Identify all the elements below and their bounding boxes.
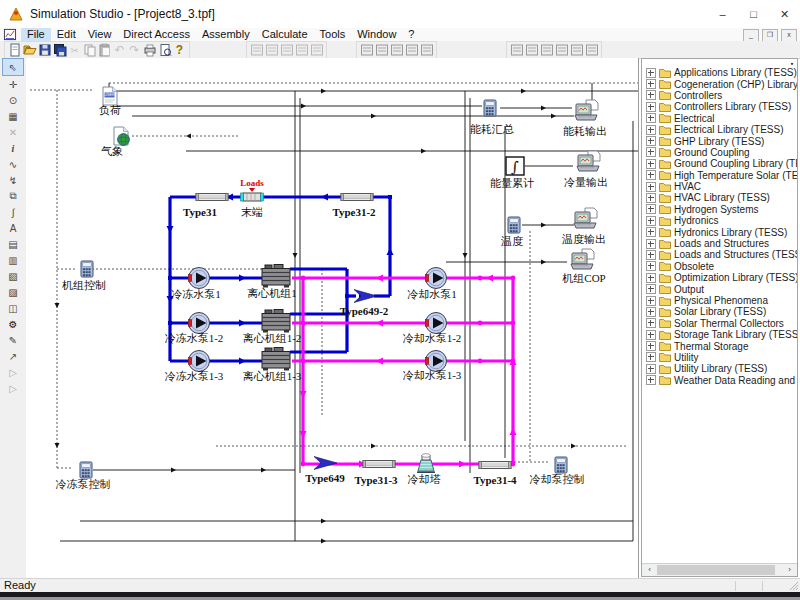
macro-c-tool-icon[interactable]: ▧ <box>3 268 23 284</box>
expand-icon[interactable] <box>646 102 656 112</box>
component-cw-pump-1[interactable] <box>426 268 447 289</box>
pan-tool-icon[interactable]: ✛ <box>3 76 23 92</box>
expand-icon[interactable] <box>646 113 656 123</box>
tree-item-weather-data-reading-and-process[interactable]: Weather Data Reading and Process <box>642 375 797 386</box>
expand-icon[interactable] <box>646 261 656 271</box>
cascade-icon[interactable] <box>309 43 324 58</box>
expand-icon[interactable] <box>646 68 656 78</box>
grid-icon[interactable] <box>509 43 524 58</box>
component-energy-summary[interactable] <box>484 100 496 116</box>
tree-item-storage-tank-library-tess[interactable]: Storage Tank Library (TESS) <box>642 329 797 340</box>
component-type31-4[interactable] <box>479 462 511 469</box>
resize-grip[interactable] <box>789 581 799 591</box>
down-icon[interactable] <box>374 43 389 58</box>
new-icon[interactable] <box>7 43 22 58</box>
help-icon[interactable]: ? <box>172 43 187 58</box>
tree-item-high-temperature-solar-tess[interactable]: High Temperature Solar (TESS) <box>642 170 797 181</box>
tree-item-loads-and-structures-tess[interactable]: Loads and Structures (TESS) <box>642 249 797 260</box>
tree-item-output[interactable]: Output <box>642 283 797 294</box>
tree-item-solar-library-tess[interactable]: Solar Library (TESS) <box>642 306 797 317</box>
tree-item-ground-coupling[interactable]: Ground Coupling <box>642 147 797 158</box>
play-b-tool-icon[interactable]: ▷ <box>3 380 23 396</box>
duplicate-tool-icon[interactable]: ⧉ <box>3 188 23 204</box>
tree-item-electrical-library-tess[interactable]: Electrical Library (TESS) <box>642 124 797 135</box>
expand-icon[interactable] <box>646 125 656 135</box>
maximize-button[interactable]: □ <box>738 0 769 28</box>
tree-item-controllers[interactable]: Controllers <box>642 90 797 101</box>
expand-icon[interactable] <box>646 239 656 249</box>
tree-item-electrical[interactable]: Electrical <box>642 113 797 124</box>
save-all-icon[interactable] <box>52 43 67 58</box>
tree-item-cogeneration-chp-library-tess[interactable]: Cogeneration (CHP) Library (TESS) <box>642 78 797 89</box>
tree-item-utility-library-tess[interactable]: Utility Library (TESS) <box>642 363 797 374</box>
save-icon[interactable] <box>37 43 52 58</box>
expand-icon[interactable] <box>646 90 656 100</box>
component-chw-pump-1[interactable] <box>189 268 210 289</box>
menu-edit[interactable]: Edit <box>51 28 82 41</box>
tree-item-loads-and-structures[interactable]: Loads and Structures <box>642 238 797 249</box>
link-tool-icon[interactable]: ∿ <box>3 156 23 172</box>
component-energy-accumulator[interactable]: ∫ <box>506 157 524 176</box>
open-icon[interactable] <box>22 43 37 58</box>
expand-icon[interactable] <box>646 296 656 306</box>
tree-item-controllers-library-tess[interactable]: Controllers Library (TESS) <box>642 101 797 112</box>
menu-file[interactable]: File <box>21 28 51 41</box>
files-icon[interactable] <box>554 43 569 58</box>
expand-icon[interactable] <box>646 216 656 226</box>
component-type31-3[interactable] <box>363 461 395 468</box>
tree-item-optimization-library-tess[interactable]: Optimization Library (TESS) <box>642 272 797 283</box>
paste-icon[interactable] <box>97 43 112 58</box>
trace-icon[interactable] <box>419 43 434 58</box>
tree-item-solar-thermal-collectors[interactable]: Solar Thermal Collectors <box>642 318 797 329</box>
expand-icon[interactable] <box>646 341 656 351</box>
expand-icon[interactable] <box>646 284 656 294</box>
expand-icon[interactable] <box>646 250 656 260</box>
delete-tool-icon[interactable]: ✕ <box>3 124 23 140</box>
text-tool-icon[interactable]: A <box>3 220 23 236</box>
menu-window[interactable]: Window <box>351 28 402 41</box>
table-icon[interactable] <box>389 43 404 58</box>
expand-icon[interactable] <box>646 182 656 192</box>
tree-item-physical-phenomena[interactable]: Physical Phenomena <box>642 295 797 306</box>
library-hscrollbar[interactable]: ‹ › <box>642 563 797 576</box>
component-cw-pump-2[interactable] <box>426 313 447 334</box>
copy-icon[interactable] <box>82 43 97 58</box>
expand-icon[interactable] <box>646 147 656 157</box>
tree-item-hvac[interactable]: HVAC <box>642 181 797 192</box>
tree-item-hydronics[interactable]: Hydronics <box>642 215 797 226</box>
expand-icon[interactable] <box>646 170 656 180</box>
weigh-icon[interactable] <box>404 43 419 58</box>
component-chw-pump-3[interactable] <box>189 351 210 372</box>
menu-assembly[interactable]: Assembly <box>196 28 256 41</box>
redo-icon[interactable]: ↷ <box>127 43 142 58</box>
zoom-tool-icon[interactable]: ⊙ <box>3 92 23 108</box>
print-icon[interactable] <box>142 43 157 58</box>
macro-b-tool-icon[interactable]: ▥ <box>3 252 23 268</box>
menu-direct-access[interactable]: Direct Access <box>117 28 196 41</box>
run-tool-icon[interactable]: ↗ <box>3 348 23 364</box>
printer-icon[interactable] <box>569 43 584 58</box>
tree-item-hvac-library-tess[interactable]: HVAC Library (TESS) <box>642 192 797 203</box>
probe-tool-icon[interactable]: ↯ <box>3 172 23 188</box>
macro-d-tool-icon[interactable]: ▨ <box>3 284 23 300</box>
menu-tools[interactable]: Tools <box>314 28 352 41</box>
scroll-thumb[interactable] <box>657 565 775 575</box>
book-icon[interactable] <box>539 43 554 58</box>
export-icon[interactable] <box>584 43 599 58</box>
component-type31-2[interactable] <box>341 194 373 201</box>
macro-a-tool-icon[interactable]: ▤ <box>3 236 23 252</box>
component-loads-file[interactable]: USER <box>103 87 117 105</box>
minimize-button[interactable]: – <box>707 0 738 28</box>
expand-icon[interactable] <box>646 364 656 374</box>
select-tool-icon[interactable]: ⇖ <box>2 58 24 76</box>
play-a-tool-icon[interactable]: ▷ <box>3 364 23 380</box>
expand-icon[interactable] <box>646 136 656 146</box>
undo-icon[interactable]: ↶ <box>112 43 127 58</box>
close-button[interactable]: ✕ <box>769 0 800 28</box>
expand-icon[interactable] <box>646 159 656 169</box>
macro-e-tool-icon[interactable]: ◫ <box>3 300 23 316</box>
project-canvas[interactable]: USER负荷气象Type31末端LoadsType31-2能耗汇总∫能量累计温度… <box>26 58 639 579</box>
cut-icon[interactable]: ✂ <box>67 43 82 58</box>
component-cw-pump-control[interactable] <box>555 457 567 473</box>
tree-item-ghp-library-tess[interactable]: GHP Library (TESS) <box>642 135 797 146</box>
